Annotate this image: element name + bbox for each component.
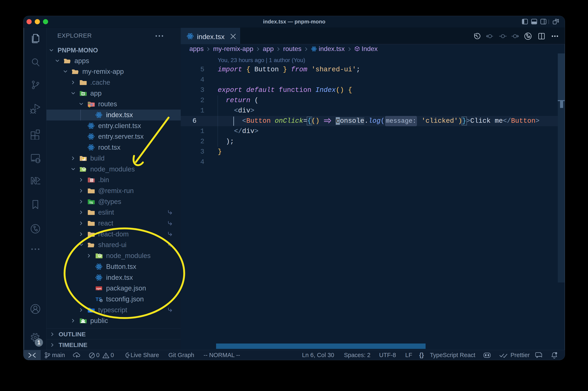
svg-text:TS: TS (89, 309, 93, 313)
svg-text:TS: TS (89, 201, 93, 204)
svg-text:npm: npm (96, 287, 101, 290)
svg-text:JS: JS (98, 255, 101, 257)
svg-text:10: 10 (91, 180, 93, 182)
svg-text:JS: JS (83, 168, 85, 170)
